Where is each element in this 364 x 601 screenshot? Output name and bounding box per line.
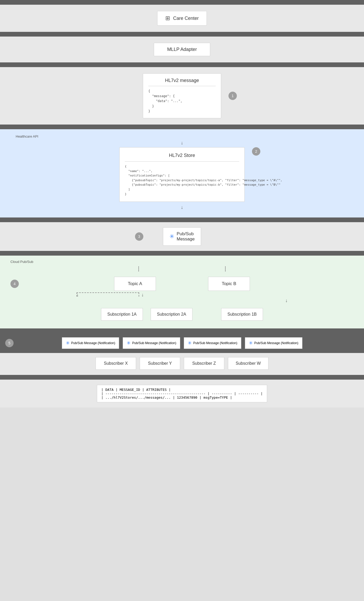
band-5 xyxy=(0,251,364,256)
pubsub-message-card: ✳ Pub/Sub Message xyxy=(163,227,201,246)
hl7v2-message-card: HL7v2 message { "message": { "data": "..… xyxy=(143,73,221,118)
subscriber-x-card: Subscriber X xyxy=(96,357,136,370)
topic-b-card: Topic B xyxy=(208,277,250,291)
hl7v2-store-card: HL7v2 Store { "name": "...", "notificati… xyxy=(119,147,245,202)
hl7v2-message-section: HL7v2 message { "message": { "data": "..… xyxy=(0,67,364,125)
band-7 xyxy=(0,375,364,380)
subscription-1a-label: Subscription 1A xyxy=(107,312,137,316)
healthcare-api-section: Healthcare API ↓ HL7v2 Store { "name": "… xyxy=(0,129,364,217)
subscriber-w-label: Subscriber W xyxy=(236,361,261,366)
notif-label-3: Pub/Sub Message (Notification) xyxy=(193,341,237,345)
dashed-h-connectors: ↓ ↓ ↓ xyxy=(10,292,354,303)
care-center-card: ⊞ Care Center xyxy=(157,11,207,26)
notification-card-2: ✳ Pub/Sub Message (Notification) xyxy=(123,337,180,349)
subscriber-w-card: Subscriber W xyxy=(228,357,268,370)
notif-label-4: Pub/Sub Message (Notification) xyxy=(254,341,298,345)
subscriber-z-card: Subscriber Z xyxy=(184,357,224,370)
subscription-1b-label: Subscription 1B xyxy=(227,312,257,316)
store-divider xyxy=(125,161,239,162)
step-badge-4: 4 xyxy=(10,280,19,288)
mllp-section: MLLP Adapter xyxy=(0,37,364,62)
hl7v2-store-code: { "name": "...", "notificationConfigs": … xyxy=(125,164,239,196)
pubsub-message-title: Pub/Sub Message xyxy=(177,231,195,242)
notification-card-4: ✳ Pub/Sub Message (Notification) xyxy=(245,337,302,349)
hl7v2-message-title: HL7v2 message xyxy=(165,78,199,83)
subscription-1b-card: Subscription 1B xyxy=(221,308,263,321)
subscription-2a-card: Subscription 2A xyxy=(151,308,192,321)
band-top-1 xyxy=(0,0,364,5)
subscriptions-row: Subscription 1A Subscription 2A Subscrip… xyxy=(10,308,354,321)
pubsub-notif-icon-3: ✳ xyxy=(188,340,192,346)
step-badge-1: 1 xyxy=(228,92,237,100)
subscriber-y-label: Subscriber Y xyxy=(148,361,172,366)
arrow-sub-2a: ↓ xyxy=(142,292,144,297)
dashed-connectors-top xyxy=(10,266,354,272)
healthcare-api-label: Healthcare API xyxy=(0,134,364,138)
step-badge-5: 5 xyxy=(5,339,14,347)
subscribers-row: Subscriber X Subscriber Y Subscriber Z S… xyxy=(5,357,359,370)
arrow-from-hl7-store: ↓ xyxy=(0,205,364,210)
band-3 xyxy=(0,125,364,129)
notifications-section: 5 ✳ Pub/Sub Message (Notification) ✳ Pub… xyxy=(0,333,364,353)
table-row: | .../hl7V2Stores/.../messages/... | 123… xyxy=(101,396,263,399)
pubsub-message-section: 3 ✳ Pub/Sub Message xyxy=(0,222,364,251)
care-center-section: ⊞ Care Center xyxy=(0,5,364,32)
cloud-pubsub-label: Cloud Pub/Sub xyxy=(10,260,354,264)
table-divider: | --------------------------------------… xyxy=(101,392,263,396)
dashed-v-1 xyxy=(138,266,139,272)
pubsub-notif-icon-2: ✳ xyxy=(127,340,131,346)
dashed-v-2 xyxy=(225,266,226,272)
topic-a-card: Topic A xyxy=(114,277,156,291)
topics-row: 4 Topic A Topic B xyxy=(10,277,354,291)
table-header: | DATA | MESSAGE_ID | ATTRIBUTES | xyxy=(101,388,263,392)
notif-label-2: Pub/Sub Message (Notification) xyxy=(132,341,176,345)
subscription-1a-card: Subscription 1A xyxy=(101,308,143,321)
arrow-to-hl7-store: ↓ xyxy=(0,140,364,145)
topic-b-label: Topic B xyxy=(222,281,236,286)
mllp-title: MLLP Adapter xyxy=(167,47,197,52)
notif-label-1: Pub/Sub Message (Notification) xyxy=(71,341,115,345)
topic-a-label: Topic A xyxy=(128,281,142,286)
hl7v2-message-code: { "message": { "data": "...", } } xyxy=(148,89,182,114)
step-badge-3: 3 xyxy=(135,232,143,241)
band-6 xyxy=(0,328,364,333)
pubsub-notif-icon-1: ✳ xyxy=(66,340,70,346)
dashed-top-1 xyxy=(77,292,139,297)
card-divider-1 xyxy=(148,86,216,86)
subscribers-section: Subscriber X Subscriber Y Subscriber Z S… xyxy=(0,353,364,375)
hl7v2-store-title: HL7v2 Store xyxy=(125,153,239,158)
pubsub-notif-icon-4: ✳ xyxy=(249,340,253,346)
subscriber-x-label: Subscriber X xyxy=(104,361,128,366)
data-table: | DATA | MESSAGE_ID | ATTRIBUTES | | ---… xyxy=(97,385,267,402)
band-2 xyxy=(0,62,364,67)
notification-card-3: ✳ Pub/Sub Message (Notification) xyxy=(184,337,241,349)
subscription-2a-label: Subscription 2A xyxy=(157,312,186,316)
subscriber-y-card: Subscriber Y xyxy=(140,357,180,370)
cloud-pubsub-section: Cloud Pub/Sub 4 Topic A Topic B xyxy=(0,256,364,328)
arrow-sub-1b: ↓ xyxy=(285,298,288,303)
data-table-section: | DATA | MESSAGE_ID | ATTRIBUTES | | ---… xyxy=(0,380,364,408)
band-1 xyxy=(0,32,364,37)
hl7v2-store-wrapper: HL7v2 Store { "name": "...", "notificati… xyxy=(0,147,364,202)
step-badge-2: 2 xyxy=(252,147,260,156)
notification-card-1: ✳ Pub/Sub Message (Notification) xyxy=(62,337,119,349)
care-center-title: Care Center xyxy=(173,16,199,21)
gap-spacer xyxy=(200,308,213,321)
band-4 xyxy=(0,217,364,222)
grid-icon: ⊞ xyxy=(165,15,170,22)
mllp-card: MLLP Adapter xyxy=(154,43,210,56)
pubsub-icon-3: ✳ xyxy=(169,233,174,240)
subscriber-z-label: Subscriber Z xyxy=(192,361,216,366)
notifications-row: ✳ Pub/Sub Message (Notification) ✳ Pub/S… xyxy=(5,337,359,349)
